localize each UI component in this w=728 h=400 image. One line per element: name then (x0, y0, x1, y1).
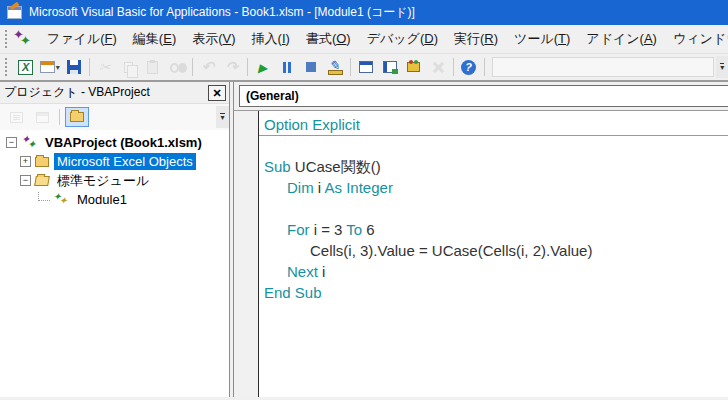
code-line[interactable]: Cells(i, 3).Value = UCase(Cells(i, 2).Va… (259, 240, 728, 261)
design-mode-button[interactable] (323, 56, 347, 78)
objbrowser-icon (407, 62, 420, 72)
paste-icon (147, 61, 158, 74)
code-line[interactable]: End Sub (259, 282, 728, 303)
menu-item-t[interactable]: ツール(T) (506, 26, 578, 52)
find-button[interactable] (165, 56, 189, 78)
view-excel-button[interactable] (14, 56, 38, 78)
copy-icon (124, 62, 133, 73)
menubar-grip-handle[interactable] (5, 30, 7, 48)
redo-icon (225, 58, 238, 76)
properties-window-button[interactable] (378, 56, 402, 78)
cut-icon (99, 58, 111, 76)
toggle-folders-button[interactable] (65, 107, 89, 127)
tree-item[interactable]: −VBAProject (Book1.xlsm) (0, 133, 229, 152)
reset-icon (306, 62, 316, 72)
toolbar-grip-handle[interactable] (5, 58, 10, 76)
menu-item-f[interactable]: ファイル(F) (39, 26, 125, 52)
code-editor[interactable]: Option ExplicitSub UCase関数()Dim i As Int… (259, 111, 728, 397)
insert-userform-button[interactable]: ▾ (38, 56, 62, 78)
save-button[interactable] (62, 56, 86, 78)
folder-icon (70, 112, 84, 122)
code-line[interactable]: Sub UCase関数() (259, 156, 728, 177)
object-dropdown[interactable]: (General) (239, 85, 728, 107)
run-icon (258, 58, 267, 76)
userform-icon (40, 61, 55, 73)
keyword-token: To (346, 221, 366, 238)
tree-item[interactable]: +Microsoft Excel Objects (0, 152, 229, 171)
menu-item-w[interactable]: ウィンドウ(W) (665, 26, 728, 52)
project-tree: −VBAProject (Book1.xlsm)+Microsoft Excel… (0, 130, 229, 397)
panel-options-button[interactable]: ▾ (216, 106, 229, 128)
view-object-button[interactable] (30, 107, 54, 127)
run-button[interactable] (251, 56, 275, 78)
view-code-button[interactable] (4, 107, 28, 127)
menu-item-i[interactable]: 挿入(I) (244, 26, 298, 52)
code-line[interactable]: Dim i As Integer (259, 177, 728, 198)
menu-item-v[interactable]: 表示(V) (184, 26, 243, 52)
project-panel-header[interactable]: プロジェクト - VBAProject ✕ (0, 82, 229, 104)
project-explorer-panel: プロジェクト - VBAProject ✕ ▾ −VBAProject (Boo… (0, 82, 230, 397)
code-token: i = 3 (314, 221, 347, 238)
project-explorer-button[interactable] (354, 56, 378, 78)
projexp-icon (359, 61, 373, 73)
view-code-icon (10, 112, 23, 123)
expand-icon[interactable]: + (20, 156, 31, 167)
help-icon (461, 60, 476, 75)
tree-item-label: 標準モジュール (54, 171, 152, 191)
tree-item-label: VBAProject (Book1.xlsm) (42, 134, 205, 151)
mdi-client-area: プロジェクト - VBAProject ✕ ▾ −VBAProject (Boo… (0, 82, 728, 397)
redo-button[interactable] (220, 56, 244, 78)
toolbar-separator (192, 58, 193, 76)
toolbar-separator (350, 58, 351, 76)
toolbox-button[interactable] (426, 56, 450, 78)
keyword-token: Sub (264, 158, 295, 175)
undo-button[interactable] (196, 56, 220, 78)
view-object-icon (36, 112, 49, 123)
keyword-token: Option Explicit (264, 116, 360, 133)
menu-item-e[interactable]: 編集(E) (125, 26, 184, 52)
menu-item-a[interactable]: アドイン(A) (578, 26, 665, 52)
code-window-header: (General) (234, 82, 728, 110)
tree-item-label: Module1 (74, 191, 130, 208)
object-browser-button[interactable] (402, 56, 426, 78)
menu-item-o[interactable]: 書式(O) (298, 26, 359, 52)
paste-button[interactable] (141, 56, 165, 78)
code-line[interactable] (259, 198, 728, 219)
keyword-token: End Sub (264, 284, 322, 301)
code-token: 6 (366, 221, 374, 238)
toolbar-separator (247, 58, 248, 76)
code-line[interactable]: For i = 3 To 6 (259, 219, 728, 240)
keyword-token: Next (287, 263, 322, 280)
code-line[interactable]: Option Explicit (259, 114, 728, 135)
reset-button[interactable] (299, 56, 323, 78)
code-token: i (318, 179, 325, 196)
window-title: Microsoft Visual Basic for Applications … (29, 4, 415, 21)
collapse-icon[interactable]: − (20, 175, 31, 186)
collapse-icon[interactable]: − (6, 137, 17, 148)
project-panel-toolbar: ▾ (0, 104, 229, 130)
code-token: i (322, 263, 325, 280)
margin-indicator-bar[interactable] (234, 111, 259, 397)
vb-document-icon (7, 6, 22, 19)
code-line[interactable]: Next i (259, 261, 728, 282)
copy-button[interactable] (117, 56, 141, 78)
help-button[interactable] (457, 56, 481, 78)
keyword-token: Dim (287, 179, 318, 196)
menu-item-d[interactable]: デバッグ(D) (359, 26, 446, 52)
break-button[interactable] (275, 56, 299, 78)
code-token: Cells(i, 3).Value = UCase(Cells(i, 2).Va… (310, 242, 592, 259)
find-icon (170, 62, 184, 72)
panel-toolbar-separator (59, 109, 60, 125)
tree-item[interactable]: −標準モジュール (0, 171, 229, 190)
menu-item-r[interactable]: 実行(R) (446, 26, 506, 52)
toolbar-separator (453, 58, 454, 76)
design-icon (327, 60, 343, 75)
project-panel-title: プロジェクト - VBAProject (4, 84, 208, 101)
toolbar-options-button[interactable]: ▾ (716, 56, 728, 78)
chevron-down-icon: ▾ (56, 63, 60, 72)
tree-item[interactable]: Module1 (0, 190, 229, 209)
code-line[interactable] (259, 135, 728, 156)
toolbox-icon (431, 61, 444, 74)
cut-button[interactable] (93, 56, 117, 78)
close-icon[interactable]: ✕ (208, 85, 226, 101)
